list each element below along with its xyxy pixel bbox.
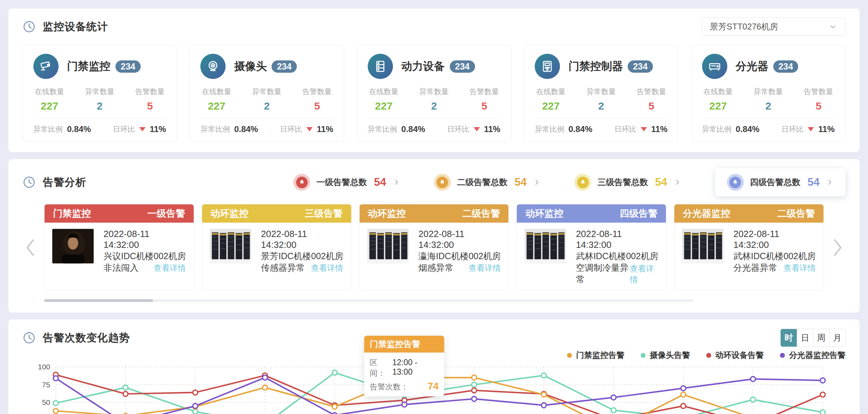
online-count: 227 xyxy=(703,100,733,112)
webcam-icon xyxy=(206,59,220,74)
ratio-value: 0.84% xyxy=(401,124,425,134)
abnormal-label: 异常数量 xyxy=(754,87,783,97)
alarm-level-4-summary[interactable]: 四级告警总数 54 xyxy=(727,174,834,191)
server-racks-photo xyxy=(367,229,409,264)
tab-week[interactable]: 周 xyxy=(813,329,829,347)
device-total-badge: 234 xyxy=(450,60,475,73)
summary-label: 二级告警总数 xyxy=(457,177,508,188)
alarm-bell-icon xyxy=(439,179,446,186)
alarm-level: 三级告警 xyxy=(305,207,343,220)
section-title-device-stats: 监控设备统计 xyxy=(43,20,108,34)
alarm-level: 二级告警 xyxy=(777,207,815,220)
alarm-level-3-summary[interactable]: 三级告警总数 54 xyxy=(574,174,681,191)
ratio-label: 异常比例 xyxy=(702,124,732,134)
intruder-photo xyxy=(52,229,94,264)
tooltip-range-label: 区间： xyxy=(370,357,392,379)
alarm-count: 5 xyxy=(135,100,165,112)
time-granularity-tabs: 时 日 周 月 xyxy=(780,329,846,347)
alarm-type: 分光器监控 xyxy=(683,207,730,220)
device-card: 分光器 234 在线数量227 异常数量2 告警数量5 异常比例0.84% 日环… xyxy=(691,45,846,142)
chevron-right-icon[interactable] xyxy=(393,178,400,186)
alarm-label: 告警数量 xyxy=(804,87,833,97)
clock-icon xyxy=(22,331,36,344)
alarm-type: 门禁监控 xyxy=(53,207,91,220)
carousel-scrollbar xyxy=(44,299,846,302)
alarm-label: 告警数量 xyxy=(469,87,499,97)
carousel-prev-button[interactable] xyxy=(24,238,37,257)
tab-day[interactable]: 日 xyxy=(797,329,813,347)
down-triangle-icon xyxy=(139,127,146,131)
abnormal-count: 2 xyxy=(754,100,783,112)
alarm-count: 5 xyxy=(302,100,332,112)
room-selector[interactable]: 景芳STT0276机房 xyxy=(702,18,846,36)
legend-dot xyxy=(706,353,711,358)
legend-item[interactable]: 摄像头告警 xyxy=(641,350,690,361)
svg-text:75: 75 xyxy=(42,381,50,389)
alarm-count: 5 xyxy=(637,100,666,112)
chevron-right-icon[interactable] xyxy=(533,178,541,186)
alarm-location: 武林IDC机楼002机房 xyxy=(576,250,658,262)
summary-label: 三级告警总数 xyxy=(597,177,648,188)
chevron-right-icon[interactable] xyxy=(674,178,681,186)
device-title: 门禁监控 xyxy=(67,59,111,74)
alarm-level-1-summary[interactable]: 一级告警总数 54 xyxy=(293,174,400,191)
tooltip-count-value: 74 xyxy=(428,381,439,392)
down-triangle-icon xyxy=(306,127,313,131)
scrollbar-thumb[interactable] xyxy=(44,299,153,302)
clock-icon xyxy=(22,20,36,33)
online-count: 227 xyxy=(369,100,399,112)
alarm-type: 动环监控 xyxy=(211,207,248,220)
summary-count: 54 xyxy=(374,176,386,189)
legend-item[interactable]: 动环设备告警 xyxy=(706,350,764,361)
device-title: 动力设备 xyxy=(401,59,445,74)
summary-count: 54 xyxy=(515,176,527,189)
alarm-issue: 非法闯入 xyxy=(104,262,139,274)
dod-value: 11% xyxy=(150,124,166,134)
abnormal-label: 异常数量 xyxy=(419,87,449,97)
online-count: 227 xyxy=(536,100,566,112)
alarm-issue: 传感器异常 xyxy=(261,262,305,274)
tab-month[interactable]: 月 xyxy=(829,329,845,347)
ratio-value: 0.84% xyxy=(568,124,592,134)
chevron-down-icon xyxy=(828,22,837,31)
legend-item[interactable]: 分光器监控告警 xyxy=(780,350,846,361)
down-triangle-icon xyxy=(474,127,480,131)
ratio-value: 0.84% xyxy=(67,124,91,134)
alarm-type: 动环监控 xyxy=(525,207,563,220)
alarm-location: 兴议IDC机楼002机房 xyxy=(104,250,186,262)
abnormal-count: 2 xyxy=(586,100,616,112)
view-details-link[interactable]: 查看详情 xyxy=(630,263,658,285)
summary-label: 一级告警总数 xyxy=(316,177,367,188)
view-details-link[interactable]: 查看详情 xyxy=(468,263,501,274)
device-total-badge: 234 xyxy=(773,60,799,73)
dod-label: 日环比 xyxy=(781,124,803,134)
online-label: 在线数量 xyxy=(202,87,231,97)
alarm-count: 5 xyxy=(804,100,833,112)
tooltip-range-value: 12:00 - 13:00 xyxy=(392,358,439,377)
alarm-issue: 分光器异常 xyxy=(733,262,777,274)
alarm-issue: 烟感异常 xyxy=(419,262,454,274)
alarm-level-2-summary[interactable]: 二级告警总数 54 xyxy=(434,174,541,191)
dod-value: 11% xyxy=(651,124,668,134)
dod-value: 11% xyxy=(818,124,835,134)
device-card: 门禁控制器 234 在线数量227 异常数量2 告警数量5 异常比例0.84% … xyxy=(524,45,678,142)
tab-hour[interactable]: 时 xyxy=(781,329,797,347)
alarm-bell-icon xyxy=(580,179,586,186)
view-details-link[interactable]: 查看详情 xyxy=(154,263,186,274)
alarm-level-4-summary-card: 四级告警总数 54 xyxy=(715,168,846,196)
alarm-time: 2022-08-11 14:32:00 xyxy=(576,229,658,250)
alarm-card: 分光器监控 二级告警 2022-08-11 14:32:00 武林IDC机楼00… xyxy=(674,204,824,291)
view-details-link[interactable]: 查看详情 xyxy=(311,263,343,274)
alarm-time: 2022-08-11 14:32:00 xyxy=(419,229,501,250)
carousel-next-button[interactable] xyxy=(831,238,844,257)
legend-dot xyxy=(567,353,572,358)
chevron-right-icon[interactable] xyxy=(826,178,834,186)
view-details-link[interactable]: 查看详情 xyxy=(783,263,816,274)
legend-dot xyxy=(780,353,785,358)
cctv-camera-icon xyxy=(39,59,53,74)
svg-text:100: 100 xyxy=(38,363,50,371)
alarm-bell-icon xyxy=(299,179,305,186)
legend-item[interactable]: 门禁监控告警 xyxy=(567,350,625,361)
clock-icon xyxy=(22,176,36,189)
down-triangle-icon xyxy=(641,127,647,131)
